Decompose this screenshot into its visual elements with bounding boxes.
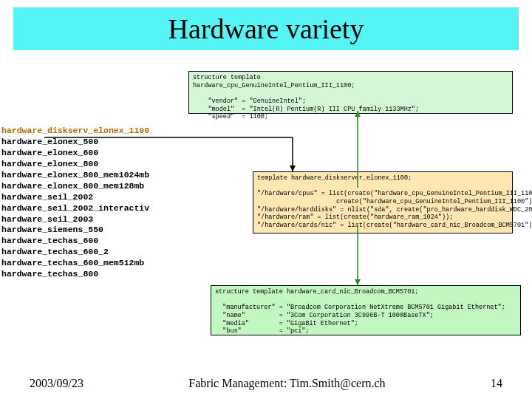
hardware-list: hardware_diskserv_elonex_1100 hardware_e… [1,126,149,280]
code-box-cpu-struct: structure template hardware_cpu_GenuineI… [188,71,513,114]
footer: 2003/09/23 Fabric Management: Tim.Smith@… [0,377,532,390]
hardware-list-rest: hardware_elonex_500 hardware_elonex_600 … [1,137,149,279]
svg-marker-2 [290,166,296,171]
title-bar: Hardware variety [13,7,519,50]
footer-page: 14 [491,377,502,390]
code-box-diskserver-template: template hardware_diskserver_elonex_1100… [253,171,513,233]
slide-title: Hardware variety [168,13,364,45]
footer-center: Fabric Management: Tim.Smith@cern.ch [188,377,385,390]
footer-date: 2003/09/23 [30,377,83,390]
svg-marker-6 [355,279,361,285]
code-box-nic-struct: structure template hardware_card_nic_Bro… [211,285,521,335]
hardware-list-first: hardware_diskserv_elonex_1100 [1,126,149,135]
